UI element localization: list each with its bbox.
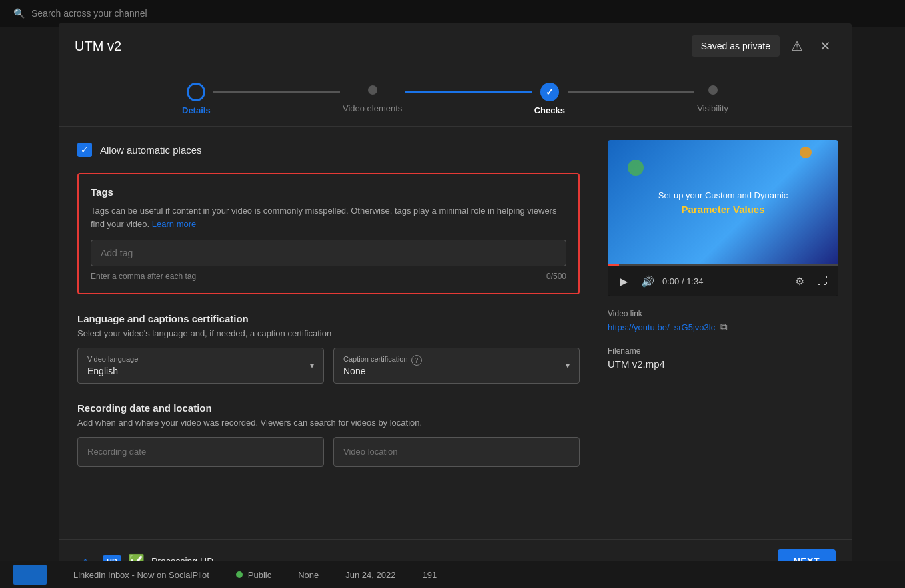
recording-section: Recording date and location Add when and… xyxy=(77,402,580,467)
video-preview: Set up your Custom and Dynamic Parameter… xyxy=(608,140,838,296)
bottom-title: Linkedin Inbox - Now on SocialPilot xyxy=(73,570,209,580)
step-details-circle xyxy=(187,83,205,101)
language-section-desc: Select your video's language and, if nee… xyxy=(77,328,580,338)
video-link-url[interactable]: https://youtu.be/_srG5jvo3lc xyxy=(608,322,715,332)
video-ctrl-right: ⚙ ⛶ xyxy=(790,272,832,290)
decorative-circle-1 xyxy=(628,160,644,176)
recording-date-input[interactable] xyxy=(77,437,324,467)
caption-cert-label: Caption certification xyxy=(343,355,408,363)
step-video-elements[interactable]: Video elements xyxy=(343,85,402,113)
allow-places-checkbox[interactable]: ✓ xyxy=(77,143,92,157)
modal-title: UTM v2 xyxy=(75,39,121,54)
bottom-row: Linkedin Inbox - Now on SocialPilot Publ… xyxy=(0,561,905,588)
video-language-label: Video language xyxy=(87,355,314,363)
recording-inputs-row xyxy=(77,437,580,467)
fullscreen-button[interactable]: ⛶ xyxy=(813,272,832,290)
alert-icon-button[interactable]: ⚠ xyxy=(786,35,808,57)
left-panel: ✓ Allow automatic places Tags Tags can b… xyxy=(59,127,598,539)
caption-cert-info-icon: ? xyxy=(411,355,422,366)
play-button[interactable]: ▶ xyxy=(614,272,633,290)
step-details[interactable]: Details xyxy=(182,83,211,115)
bottom-status: Public xyxy=(236,570,271,580)
step-checks[interactable]: ✓ Checks xyxy=(534,83,565,115)
filename-value: UTM v2.mp4 xyxy=(608,358,838,370)
tag-hint-text: Enter a comma after each tag xyxy=(91,272,196,281)
close-button[interactable]: ✕ xyxy=(814,35,836,57)
bottom-column2: None xyxy=(298,570,319,580)
language-section-title: Language and captions certification xyxy=(77,313,580,324)
tags-description: Tags can be useful if content in your vi… xyxy=(91,204,566,230)
step-details-label: Details xyxy=(182,105,211,115)
decorative-circle-2 xyxy=(800,147,812,158)
video-link-section: Video link https://youtu.be/_srG5jvo3lc … xyxy=(608,306,838,333)
caption-cert-arrow-icon: ▾ xyxy=(566,361,570,370)
tag-count: 0/500 xyxy=(546,272,566,281)
background-search-bar: 🔍 Search across your channel xyxy=(0,0,905,27)
video-thumbnail-text: Set up your Custom and Dynamic Parameter… xyxy=(645,189,801,217)
step-video-elements-label: Video elements xyxy=(343,103,402,113)
connector-3 xyxy=(568,91,694,93)
allow-places-row: ✓ Allow automatic places xyxy=(77,143,580,157)
tags-section: Tags Tags can be useful if content in yo… xyxy=(77,173,580,294)
video-location-input[interactable] xyxy=(333,437,580,467)
video-link-label: Video link xyxy=(608,309,838,318)
bottom-thumbnail-image xyxy=(13,565,47,585)
video-language-dropdown[interactable]: Video language English ▾ xyxy=(77,348,324,384)
copy-link-button[interactable]: ⧉ xyxy=(720,321,728,333)
modal-header: UTM v2 Saved as private ⚠ ✕ xyxy=(59,23,852,69)
filename-section: Filename UTM v2.mp4 xyxy=(608,344,838,370)
mute-button[interactable]: 🔊 xyxy=(638,272,657,290)
filename-label: Filename xyxy=(608,346,838,356)
caption-cert-value: None xyxy=(343,366,570,376)
step-checks-circle: ✓ xyxy=(540,83,559,101)
recording-section-desc: Add when and where your video was record… xyxy=(77,418,580,428)
settings-icon-button[interactable]: ⚙ xyxy=(790,272,809,290)
right-panel: Set up your Custom and Dynamic Parameter… xyxy=(598,127,852,539)
status-dot xyxy=(236,571,243,578)
bottom-status-label: Public xyxy=(248,570,271,580)
step-visibility-circle xyxy=(708,85,718,95)
saved-private-button[interactable]: Saved as private xyxy=(692,35,780,57)
steps-bar: Details Video elements ✓ Checks Visibili… xyxy=(59,69,852,127)
language-dropdowns-row: Video language English ▾ Caption certifi… xyxy=(77,348,580,384)
bottom-date: Jun 24, 2022 xyxy=(345,570,395,580)
language-section: Language and captions certification Sele… xyxy=(77,313,580,384)
tag-input[interactable] xyxy=(101,248,556,258)
modal-header-actions: Saved as private ⚠ ✕ xyxy=(692,35,836,57)
time-display: 0:00 / 1:34 xyxy=(662,276,785,286)
video-thumbnail: Set up your Custom and Dynamic Parameter… xyxy=(608,140,838,266)
modal: UTM v2 Saved as private ⚠ ✕ Details Vide… xyxy=(59,23,852,583)
bottom-thumbnail xyxy=(13,565,47,585)
connector-1 xyxy=(213,91,340,93)
video-progress-bar-container[interactable] xyxy=(608,264,838,266)
video-progress-fill xyxy=(608,264,619,266)
tags-title: Tags xyxy=(91,186,566,198)
video-controls: ▶ 🔊 0:00 / 1:34 ⚙ ⛶ xyxy=(608,266,838,296)
allow-places-label: Allow automatic places xyxy=(100,145,202,156)
step-visibility-label: Visibility xyxy=(697,103,728,113)
bottom-count: 191 xyxy=(422,570,437,580)
search-placeholder: Search across your channel xyxy=(31,8,147,19)
video-language-arrow-icon: ▾ xyxy=(310,361,314,370)
video-language-value: English xyxy=(87,366,314,376)
modal-body: ✓ Allow automatic places Tags Tags can b… xyxy=(59,127,852,539)
step-video-elements-circle xyxy=(368,85,377,95)
recording-section-title: Recording date and location xyxy=(77,402,580,414)
tag-hint-row: Enter a comma after each tag 0/500 xyxy=(91,272,566,281)
caption-cert-label-row: Caption certification ? xyxy=(343,355,570,366)
step-visibility[interactable]: Visibility xyxy=(697,85,728,113)
step-checks-label: Checks xyxy=(534,105,565,115)
connector-2 xyxy=(405,91,531,93)
tags-learn-more-link[interactable]: Learn more xyxy=(152,219,196,229)
tag-input-container xyxy=(91,240,566,266)
caption-cert-dropdown[interactable]: Caption certification ? None ▾ xyxy=(333,348,580,384)
